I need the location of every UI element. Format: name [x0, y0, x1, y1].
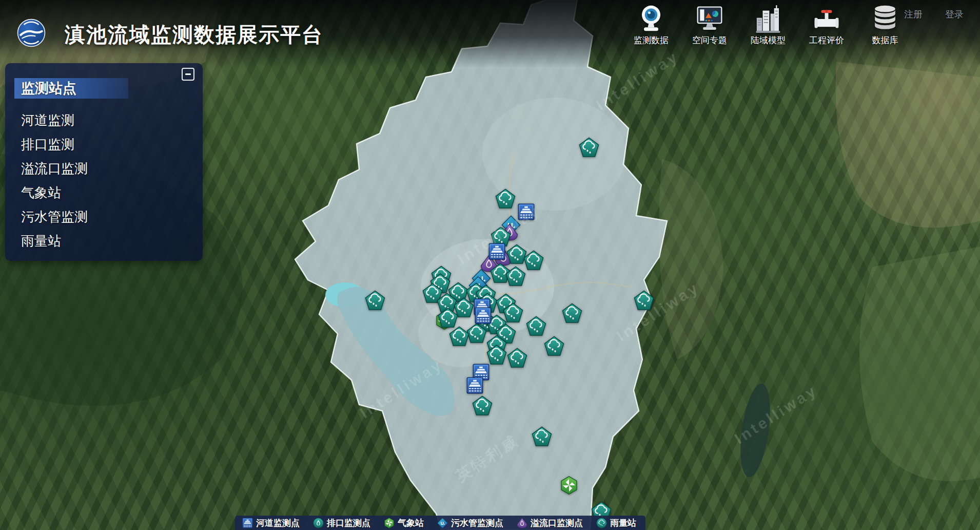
rain-station-marker[interactable] [523, 250, 544, 271]
nav-item-monitor-data[interactable]: 监测数据 [629, 3, 673, 46]
legend-item-overflow[interactable]: 溢流口监测点 [517, 517, 583, 529]
rain-station-marker[interactable] [562, 303, 582, 324]
rain-station-marker[interactable] [634, 290, 654, 311]
nav-item-spatial-topics[interactable]: 空间专题 [688, 3, 732, 46]
rain-station-marker[interactable] [365, 290, 385, 311]
nav-item-database[interactable]: 数据库 [863, 3, 907, 46]
sidebar-item-river[interactable]: 河道监测 [21, 108, 192, 132]
legend-item-river[interactable]: 河道监测点 [242, 517, 300, 529]
nav-label: 陆域模型 [751, 34, 786, 46]
nav-label: 空间专题 [692, 34, 727, 46]
legend-item-weather[interactable]: 气象站 [384, 517, 424, 529]
page-title: 滇池流域监测数据展示平台 [65, 21, 323, 49]
collapse-minus-icon[interactable] [182, 68, 194, 81]
sidebar-item-rain[interactable]: 雨量站 [21, 229, 192, 253]
rain-station-marker[interactable] [532, 426, 552, 447]
rain-station-marker[interactable] [526, 316, 546, 336]
overflow-marker-icon [517, 518, 527, 528]
rain-station-marker[interactable] [507, 348, 527, 368]
legend-item-rain[interactable]: 雨量站 [596, 517, 636, 529]
river-station-marker[interactable] [488, 243, 505, 260]
rain-station-marker[interactable] [466, 323, 487, 344]
rain-station-marker[interactable] [472, 395, 493, 416]
sidebar-item-outlet[interactable]: 排口监测 [21, 132, 192, 157]
nav-label: 工程评价 [809, 34, 844, 46]
outlet-marker-icon [313, 518, 324, 528]
rain-station-marker[interactable] [505, 266, 526, 287]
auth-links: 注册 登录 [904, 8, 964, 21]
database-icon [872, 3, 898, 33]
header-bar: 滇池流域监测数据展示平台 监测数据 [0, 0, 980, 56]
panel-title: 监测站点 [14, 78, 128, 99]
sidebar-item-sewage[interactable]: 污水管监测 [21, 205, 192, 229]
nav-label: 数据库 [872, 34, 898, 46]
nav-item-land-model[interactable]: 陆域模型 [746, 3, 790, 46]
sidebar-item-overflow[interactable]: 溢流口监测 [21, 157, 192, 181]
nav-item-project-eval[interactable]: 工程评价 [805, 3, 849, 46]
rain-station-marker[interactable] [495, 188, 516, 209]
rain-marker-icon [596, 518, 607, 528]
river-station-marker[interactable] [466, 377, 483, 394]
login-link[interactable]: 登录 [945, 8, 964, 21]
panel-list: 河道监测 排口监测 溢流口监测 气象站 污水管监测 雨量站 [21, 108, 192, 253]
station-panel: 监测站点 河道监测 排口监测 溢流口监测 气象站 污水管监测 雨量站 [5, 63, 203, 261]
river-marker-icon [242, 518, 253, 528]
rain-station-marker[interactable] [449, 326, 469, 347]
basin-platform-logo [17, 18, 46, 47]
webcam-icon [638, 3, 664, 33]
main-nav: 监测数据 空间专 [629, 3, 907, 46]
app-root: U [0, 0, 980, 530]
weather-marker-icon [384, 518, 395, 528]
river-station-marker[interactable] [475, 307, 492, 324]
rain-station-marker[interactable] [579, 137, 599, 158]
pipe-valve-icon [813, 3, 840, 33]
monitor-chart-icon [696, 3, 723, 33]
legend-item-outlet[interactable]: 排口监测点 [313, 517, 370, 529]
river-station-marker[interactable] [518, 203, 535, 220]
legend-item-sewage[interactable]: 污水管监测点 [437, 517, 503, 529]
register-link[interactable]: 注册 [904, 8, 923, 21]
nav-label: 监测数据 [634, 34, 669, 46]
weather-station-marker[interactable] [560, 476, 578, 495]
rain-station-marker[interactable] [486, 345, 507, 365]
map-legend: 河道监测点 排口监测点 气象站 污水管监测点 溢流口监测点 雨量站 [235, 516, 645, 530]
sewage-marker-icon [437, 518, 448, 528]
buildings-icon [755, 3, 781, 33]
rain-station-marker[interactable] [544, 336, 564, 356]
rain-station-marker[interactable] [438, 308, 458, 328]
sidebar-item-weather[interactable]: 气象站 [21, 181, 192, 205]
